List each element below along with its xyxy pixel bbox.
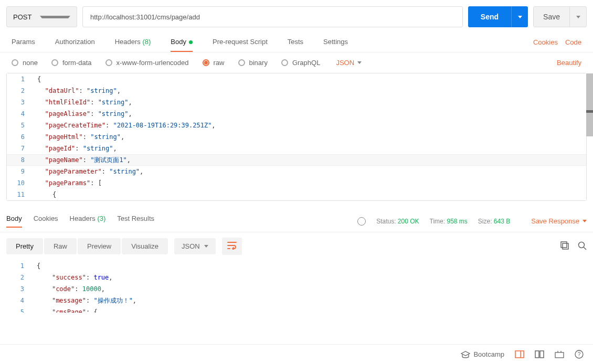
code-line[interactable]: 4 "pageAliase": "string", (7, 108, 586, 120)
save-response-button[interactable]: Save Response (531, 217, 587, 225)
cookies-link[interactable]: Cookies (533, 38, 558, 46)
svg-rect-1 (561, 242, 567, 248)
rtab-cookies[interactable]: Cookies (34, 215, 58, 228)
tab-tests[interactable]: Tests (288, 33, 303, 52)
send-button[interactable]: Send (468, 6, 511, 27)
fmt-visualize[interactable]: Visualize (122, 238, 168, 254)
scrollbar-thumb[interactable] (586, 73, 593, 136)
rtab-test-results[interactable]: Test Results (117, 215, 154, 228)
radio-graphql-label: GraphQL (292, 59, 320, 67)
response-body-editor[interactable]: 1{2 "success": true,3 "code": 10000,4 "m… (6, 260, 587, 313)
radio-binary-label: binary (249, 59, 268, 67)
tab-headers-count: (8) (142, 38, 151, 46)
search-icon[interactable] (578, 241, 587, 252)
url-input[interactable] (82, 6, 463, 27)
response-format-select[interactable]: JSON (174, 238, 216, 254)
code-line[interactable]: 8 "pageName": "测试页面1", (7, 154, 586, 166)
radio-raw[interactable]: raw (203, 59, 225, 67)
method-select[interactable]: POST (6, 6, 77, 27)
code-line[interactable]: 1{ (7, 73, 586, 85)
code-line[interactable]: 2 "success": true, (6, 272, 587, 283)
code-line[interactable]: 10 "pageParams": [ (7, 177, 586, 189)
scrollbar-mark (586, 110, 593, 113)
tab-prerequest[interactable]: Pre-request Script (213, 33, 268, 52)
modified-dot-icon (189, 40, 193, 44)
tab-body-label: Body (171, 38, 186, 46)
code-line[interactable]: 7 "pageId": "string", (7, 143, 586, 154)
code-line[interactable]: 1{ (6, 260, 587, 272)
radio-none-label: none (23, 59, 38, 67)
svg-point-2 (579, 242, 585, 248)
tab-params[interactable]: Params (12, 33, 35, 52)
body-format-value: JSON (336, 59, 354, 67)
fmt-preview[interactable]: Preview (78, 238, 121, 254)
code-line[interactable]: 3 "code": 10000, (6, 283, 587, 295)
send-button-group: Send (468, 6, 528, 27)
radio-binary[interactable]: binary (238, 59, 268, 67)
code-line[interactable]: 2 "dataUrl": "string", (7, 85, 586, 97)
body-type-options: none form-data x-www-form-urlencoded raw… (0, 52, 593, 73)
tab-authorization[interactable]: Authorization (55, 33, 95, 52)
response-format-bar: Pretty Raw Preview Visualize JSON (0, 232, 593, 260)
response-tabs: Body Cookies Headers (3) Test Results St… (0, 207, 593, 232)
radio-formdata[interactable]: form-data (51, 59, 92, 67)
save-button-group: Save (533, 6, 587, 27)
time-label: Time: 958 ms (430, 218, 468, 225)
radio-raw-label: raw (214, 59, 225, 67)
wrap-toggle-button[interactable] (222, 238, 242, 255)
radio-urlencoded-label: x-www-form-urlencoded (117, 59, 189, 67)
code-line[interactable]: 6 "pageHtml": "string", (7, 131, 586, 143)
beautify-link[interactable]: Beautify (557, 59, 581, 67)
status-label: Status: 200 OK (376, 218, 419, 225)
method-value: POST (13, 13, 40, 21)
code-line[interactable]: 5 "cmsPage": { (6, 306, 587, 313)
request-tabs: Params Authorization Headers (8) Body Pr… (0, 33, 593, 52)
code-line[interactable]: 4 "message": "操作成功！", (6, 295, 587, 306)
status-info: Status: 200 OK Time: 958 ms Size: 643 B … (357, 217, 587, 226)
save-button[interactable]: Save (534, 7, 569, 27)
code-line[interactable]: 3 "htmlFileId": "string", (7, 97, 586, 108)
radio-none[interactable]: none (12, 59, 38, 67)
globe-icon[interactable] (357, 217, 366, 226)
radio-urlencoded[interactable]: x-www-form-urlencoded (105, 59, 189, 67)
rtab-headers-count: (3) (97, 215, 105, 222)
svg-line-3 (584, 247, 586, 250)
radio-formdata-label: form-data (62, 59, 92, 67)
rtab-body[interactable]: Body (6, 215, 22, 228)
code-line[interactable]: 11 { (7, 189, 586, 200)
code-link[interactable]: Code (565, 38, 581, 46)
fmt-raw[interactable]: Raw (44, 238, 77, 254)
svg-rect-0 (563, 243, 568, 249)
chevron-down-icon (204, 245, 208, 248)
save-dropdown[interactable] (569, 7, 586, 27)
tab-headers-label: Headers (115, 38, 141, 46)
request-bar: POST Send Save (0, 0, 593, 33)
send-dropdown[interactable] (511, 6, 528, 27)
radio-graphql[interactable]: GraphQL (281, 59, 320, 67)
code-line[interactable]: 9 "pageParameter": "string", (7, 166, 586, 177)
size-label: Size: 643 B (478, 218, 510, 225)
tab-headers[interactable]: Headers (8) (115, 33, 151, 52)
copy-icon[interactable] (560, 241, 569, 252)
chevron-down-icon (357, 61, 362, 64)
code-line[interactable]: 5 "pageCreateTime": "2021-08-19T16:29:39… (7, 120, 586, 131)
tab-settings[interactable]: Settings (323, 33, 348, 52)
rtab-headers-label: Headers (70, 215, 96, 222)
body-format-select[interactable]: JSON (336, 59, 362, 67)
tab-body[interactable]: Body (171, 33, 193, 52)
fmt-pretty[interactable]: Pretty (6, 238, 43, 254)
request-body-editor[interactable]: 1{2 "dataUrl": "string",3 "htmlFileId": … (6, 73, 587, 201)
rtab-headers[interactable]: Headers (3) (70, 215, 106, 228)
chevron-down-icon (40, 16, 71, 18)
